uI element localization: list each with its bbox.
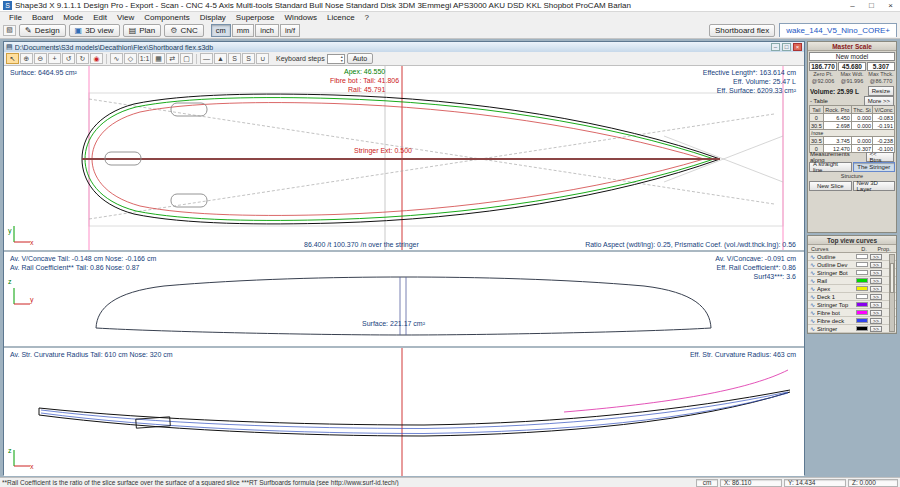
mirror-icon[interactable]: ⇄ [166,53,179,64]
zoom-out-icon[interactable]: ⊖ [34,53,47,64]
profile-view-panel[interactable]: Av. Str. Curvature Radius Tail: 610 cm N… [4,348,804,476]
curve-color-chip[interactable] [856,270,868,275]
table-row[interactable]: 30.5 3.745 0.000 -0.238 [810,137,895,145]
curve-row-fibre-bot[interactable]: ∿ Fibre bot >> [808,309,896,317]
curve-prop-button[interactable]: >> [870,310,882,316]
measure-icon[interactable]: ▢ [180,53,193,64]
node-edit-icon[interactable]: ◇ [124,53,137,64]
curve-row-deck-1[interactable]: ∿ Deck 1 >> [808,293,896,301]
cnc-button[interactable]: ⚙ CNC [164,24,204,37]
menu-view[interactable]: View [112,12,139,22]
board-model-button[interactable]: Shortboard flex [709,24,775,37]
master-scale-header[interactable]: Master Scale [808,42,896,51]
straight-line-button[interactable]: A straight line [809,162,852,172]
curve-prop-button[interactable]: >> [870,294,882,300]
table-toggle[interactable]: - Table [810,98,828,104]
table-row[interactable]: 30.5 2.698 0.000 -0.191 [810,122,895,130]
curve-color-chip[interactable] [856,286,868,291]
curve-color-chip[interactable] [856,318,868,323]
curve-row-stringer[interactable]: ∿ Stringer >> [808,325,896,333]
maximize-button[interactable]: □ [862,0,881,12]
fill-triangle-icon[interactable]: ▲ [214,53,227,64]
doc-minimize-button[interactable]: – [771,43,780,51]
curve-row-rail[interactable]: ∿ Rail >> [808,277,896,285]
unit-inch-button[interactable]: inch [255,24,279,37]
select-tool-icon[interactable]: ↖ [6,53,19,64]
grid-icon[interactable]: ▦ [152,53,165,64]
unit-inf-button[interactable]: in/f [280,24,300,37]
curve-row-fibre-deck[interactable]: ∿ Fibre deck >> [808,317,896,325]
doc-close-button[interactable]: × [793,43,802,51]
scale-1-1-button[interactable]: 1:1 [138,53,151,64]
unit-mm-button[interactable]: mm [232,24,255,37]
menu-edit[interactable]: Edit [88,12,112,22]
design-button[interactable]: ✎ Design [19,24,66,37]
3d-view-button[interactable]: ▣ 3D view [69,24,120,37]
curves-panel-header[interactable]: Top view curves [808,236,896,245]
slice-view-panel[interactable]: Av. V/Concave Tail: -0.148 cm Nose: -0.1… [4,252,804,346]
curve-color-chip[interactable] [856,294,868,299]
top-view-panel[interactable]: Surface: 6464.95 cm² Apex: 46.550 Fibre … [4,66,804,250]
curve-row-outline[interactable]: ∿ Outline >> [808,253,896,261]
slice-s2-icon[interactable]: S [242,53,255,64]
minimize-button[interactable]: – [843,0,862,12]
curve-color-chip[interactable] [856,278,868,283]
menu-windows[interactable]: Windows [280,12,322,22]
curve-tool-icon[interactable]: ∿ [110,53,123,64]
new-3d-layer-button[interactable]: New 3D Layer [853,181,896,191]
redo-icon[interactable]: ↻ [76,53,89,64]
menu-display[interactable]: Display [195,12,231,22]
slice-s1-icon[interactable]: S [228,53,241,64]
stepper-down-icon[interactable]: ▾ [341,59,343,63]
curve-row-apex[interactable]: ∿ Apex >> [808,285,896,293]
new-slice-button[interactable]: New Slice [809,181,852,191]
menu-file[interactable]: File [4,12,27,22]
undo-icon[interactable]: ↺ [62,53,75,64]
zoom-in-icon[interactable]: ⊕ [20,53,33,64]
magnet-icon[interactable]: ∪ [256,53,269,64]
menu-superpose[interactable]: Superpose [231,12,280,22]
curve-prop-button[interactable]: >> [870,302,882,308]
curve-row-stringer-top[interactable]: ∿ Stringer Top >> [808,301,896,309]
auto-button[interactable]: Auto [347,53,373,64]
resize-button[interactable]: Resize [868,86,894,96]
new-board-icon[interactable]: ▧ [3,25,16,36]
the-stringer-button[interactable]: The Stringer [853,162,896,172]
length-field[interactable]: 186.770 [809,62,837,71]
curve-color-chip[interactable] [856,310,868,315]
curve-prop-button[interactable]: >> [870,318,882,324]
menu-licence[interactable]: Licence [322,12,360,22]
document-tab[interactable]: wake_144_V5_Nino_CORE+ [779,23,897,37]
plan-button[interactable]: ▤ Plan [123,24,162,37]
curve-prop-button[interactable]: >> [870,254,882,260]
width-field[interactable]: 45.680 [838,62,866,71]
menu-components[interactable]: Components [139,12,194,22]
menu-help[interactable]: ? [360,12,374,22]
curve-prop-button[interactable]: >> [870,286,882,292]
curve-prop-button[interactable]: >> [870,278,882,284]
curve-color-chip[interactable] [856,302,868,307]
thickness-field[interactable]: 5.307 [867,62,895,71]
curve-color-chip[interactable] [856,326,868,331]
btns-toggle-button[interactable]: << Btns [866,152,895,162]
profile-view-canvas[interactable] [4,348,804,476]
curve-row-outline-dev[interactable]: ∿ Outline Dev >> [808,261,896,269]
guideline-icon[interactable]: ◉ [90,53,103,64]
unit-cm-button[interactable]: cm [211,24,231,37]
curve-prop-button[interactable]: >> [870,326,882,332]
top-view-canvas[interactable] [4,66,804,250]
model-name-field[interactable]: New model [809,52,895,61]
curve-prop-button[interactable]: >> [870,262,882,268]
doc-restore-button[interactable]: □ [782,43,791,51]
table-row[interactable]: 0 6.450 0.000 -0.083 [810,114,895,122]
curve-row-stringer-bot[interactable]: ∿ Stringer Bot >> [808,269,896,277]
menu-board[interactable]: Board [27,12,58,22]
close-button[interactable]: × [881,0,900,12]
pan-icon[interactable]: + [48,53,61,64]
curve-prop-button[interactable]: >> [870,270,882,276]
curve-color-chip[interactable] [856,254,868,259]
curves-scrollbar[interactable] [889,254,895,332]
keyboard-steps-stepper[interactable]: ▴ ▾ [327,54,345,64]
curve-color-chip[interactable] [856,262,868,267]
more-button[interactable]: More >> [864,96,894,106]
